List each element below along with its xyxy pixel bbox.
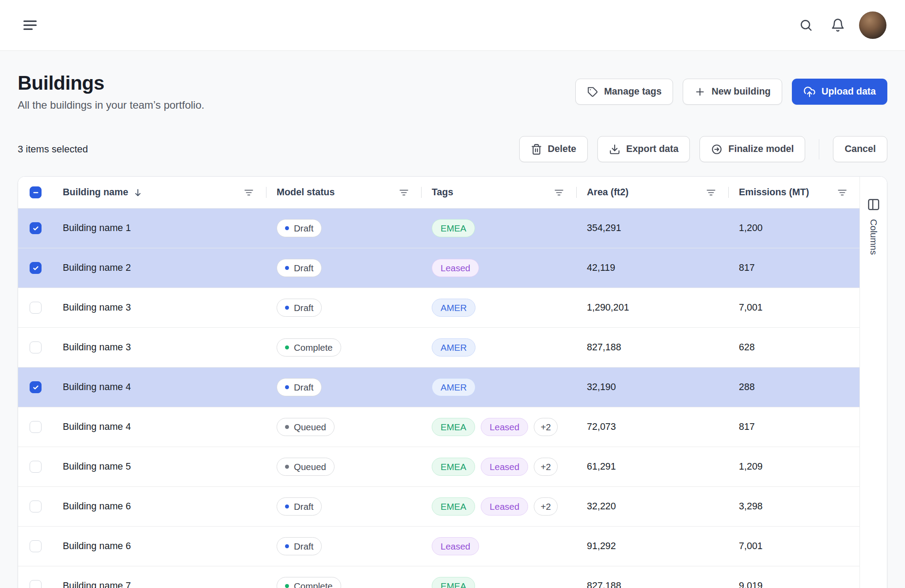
column-header-model-status: Model status (266, 177, 421, 208)
tag-pill: Leased (481, 458, 528, 476)
tag-pill: AMER (432, 338, 475, 357)
columns-panel-toggle[interactable]: Columns (859, 177, 887, 588)
tags-cell: AMER (421, 338, 576, 357)
status-dot-icon (285, 266, 289, 270)
status-label: Draft (294, 382, 313, 393)
search-button[interactable] (795, 15, 817, 36)
finalize-model-button[interactable]: Finalize model (700, 136, 805, 162)
status-dot-icon (285, 345, 289, 349)
area-cell: 354,291 (587, 223, 621, 234)
tags-cell: EMEA (421, 577, 576, 588)
select-all-checkbox[interactable] (30, 186, 42, 198)
tag-pill: EMEA (432, 458, 475, 476)
area-cell: 1,290,201 (587, 302, 629, 313)
table-row[interactable]: Building name 7 Complete EMEA 827,188 9,… (18, 566, 859, 588)
emissions-cell: 9,019 (739, 580, 763, 588)
sort-descending-icon[interactable] (133, 187, 143, 198)
area-cell: 42,119 (587, 262, 615, 273)
delete-label: Delete (548, 144, 577, 155)
cancel-button[interactable]: Cancel (833, 136, 887, 162)
building-name: Building name 4 (63, 421, 131, 432)
main-content: Buildings All the buildings in your team… (0, 72, 905, 588)
row-checkbox[interactable] (30, 262, 42, 274)
status-badge: Queued (277, 418, 335, 436)
row-checkbox[interactable] (30, 222, 42, 234)
emissions-filter-icon[interactable] (837, 187, 848, 198)
upload-data-button[interactable]: Upload data (792, 79, 887, 105)
search-icon (799, 18, 813, 32)
row-checkbox[interactable] (30, 341, 42, 353)
table-row[interactable]: Building name 6 Draft Leased 91,292 7,00… (18, 527, 859, 566)
building-name: Building name 5 (63, 461, 131, 472)
status-label: Complete (294, 342, 333, 353)
row-checkbox[interactable] (30, 421, 42, 433)
export-data-button[interactable]: Export data (597, 136, 690, 162)
status-label: Complete (294, 581, 333, 588)
status-dot-icon (285, 306, 289, 310)
tags-cell: AMER (421, 299, 576, 317)
download-icon (609, 144, 620, 155)
tag-pill: Leased (481, 497, 528, 516)
tags-column-label: Tags (432, 187, 453, 198)
columns-icon (867, 198, 880, 211)
table-row[interactable]: Building name 3 Complete AMER 827,188 62… (18, 328, 859, 368)
building-name-filter-icon[interactable] (243, 187, 255, 198)
row-checkbox[interactable] (30, 302, 42, 314)
status-badge: Queued (277, 458, 335, 476)
area-filter-icon[interactable] (705, 187, 717, 198)
emissions-column-label: Emissions (MT) (739, 187, 809, 198)
tags-cell: EMEALeased+2 (421, 458, 576, 476)
status-dot-icon (285, 544, 289, 548)
status-badge: Draft (277, 537, 322, 555)
status-dot-icon (285, 385, 289, 389)
tag-pill: +2 (534, 497, 557, 516)
notifications-button[interactable] (827, 15, 848, 36)
building-name: Building name 3 (63, 302, 131, 313)
manage-tags-button[interactable]: Manage tags (575, 79, 673, 105)
topbar (0, 0, 905, 51)
table-row[interactable]: Building name 1 Draft EMEA 354,291 1,200 (18, 209, 859, 248)
tags-cell: Leased (421, 537, 576, 555)
row-checkbox[interactable] (30, 540, 42, 552)
column-header-area: Area (ft2) (576, 177, 728, 208)
area-cell: 72,073 (587, 421, 616, 432)
row-checkbox[interactable] (30, 501, 42, 512)
cancel-label: Cancel (844, 144, 876, 155)
building-name: Building name 1 (63, 223, 131, 234)
table-row[interactable]: Building name 5 Queued EMEALeased+2 61,2… (18, 447, 859, 487)
status-dot-icon (285, 465, 289, 469)
table-row[interactable]: Building name 4 Draft AMER 32,190 288 (18, 368, 859, 407)
status-label: Queued (294, 422, 326, 432)
emissions-cell: 628 (739, 342, 755, 353)
avatar[interactable] (859, 11, 886, 39)
export-data-label: Export data (626, 144, 678, 155)
column-header-emissions: Emissions (MT) (728, 177, 859, 208)
upload-data-label: Upload data (821, 86, 876, 97)
table-header: Building name Model status Tags (18, 177, 859, 209)
status-badge: Complete (277, 338, 341, 357)
topbar-right (795, 11, 886, 39)
table-row[interactable]: Building name 6 Draft EMEALeased+2 32,22… (18, 487, 859, 527)
area-cell: 32,190 (587, 382, 616, 393)
row-checkbox[interactable] (30, 381, 42, 393)
table-row[interactable]: Building name 2 Draft Leased 42,119 817 (18, 248, 859, 288)
emissions-cell: 3,298 (739, 501, 763, 512)
new-building-button[interactable]: New building (683, 79, 782, 105)
status-dot-icon (285, 505, 289, 508)
actions-divider (819, 139, 819, 159)
table-row[interactable]: Building name 3 Draft AMER 1,290,201 7,0… (18, 288, 859, 328)
row-checkbox[interactable] (30, 580, 42, 588)
row-checkbox[interactable] (30, 461, 42, 473)
delete-button[interactable]: Delete (519, 136, 588, 162)
table-row[interactable]: Building name 4 Queued EMEALeased+2 72,0… (18, 407, 859, 447)
menu-button[interactable] (19, 14, 42, 37)
model-status-filter-icon[interactable] (398, 187, 410, 198)
tag-pill: Leased (432, 537, 479, 555)
selection-actions: Delete Export data Finalize model Cancel (519, 136, 887, 162)
tags-cell: EMEA (421, 219, 576, 237)
status-label: Draft (294, 541, 313, 552)
tags-filter-icon[interactable] (553, 187, 565, 198)
hamburger-menu-icon (22, 17, 38, 33)
emissions-cell: 817 (739, 421, 755, 432)
emissions-cell: 817 (739, 262, 755, 273)
